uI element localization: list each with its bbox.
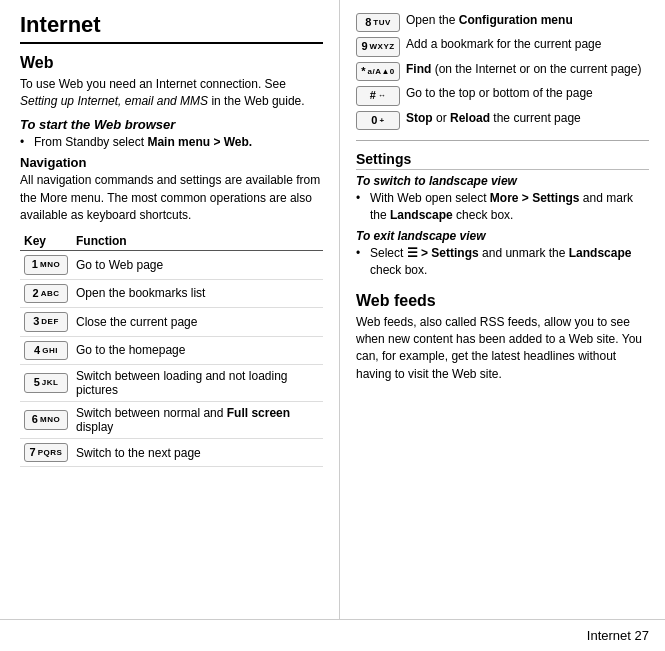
right-key-row: 9WXYZAdd a bookmark for the current page	[356, 36, 649, 58]
start-browser-bullet: • From Standby select Main menu > Web.	[20, 134, 323, 151]
key-cell: 6MNO	[20, 401, 72, 438]
table-header-key: Key	[20, 232, 72, 251]
function-cell: Switch between loading and not loading p…	[72, 364, 323, 401]
page-number: Internet 27	[340, 624, 665, 647]
table-row: 3DEFClose the current page	[20, 308, 323, 336]
key-badge: 3DEF	[24, 312, 68, 331]
settings-section: Settings To switch to landscape view • W…	[356, 151, 649, 284]
exit-landscape-bullet: • Select ☰ > Settings and unmark the Lan…	[356, 245, 649, 280]
start-browser-title: To start the Web browser	[20, 117, 323, 132]
webfeeds-title: Web feeds	[356, 292, 649, 310]
switch-landscape-bullet: • With Web open select More > Settings a…	[356, 190, 649, 225]
table-row: 4GHIGo to the homepage	[20, 336, 323, 364]
key-cell: 5JKL	[20, 364, 72, 401]
table-row: 6MNOSwitch between normal and Full scree…	[20, 401, 323, 438]
table-header-function: Function	[72, 232, 323, 251]
web-intro-text: To use Web you need an Internet connecti…	[20, 76, 323, 111]
key-cell: 3DEF	[20, 308, 72, 336]
key-badge: 8TUV	[356, 13, 400, 32]
right-key-row: *a/A▲0Find (on the Internet or on the cu…	[356, 61, 649, 83]
right-key-row: 8TUVOpen the Configuration menu	[356, 12, 649, 34]
function-cell: Go to the homepage	[72, 336, 323, 364]
table-row: 7PQRSSwitch to the next page	[20, 438, 323, 466]
function-cell: Switch to the next page	[72, 438, 323, 466]
row-text: Go to the top or bottom of the page	[406, 85, 649, 102]
row-text: Open the Configuration menu	[406, 12, 649, 29]
right-column: 8TUVOpen the Configuration menu9WXYZAdd …	[340, 0, 665, 619]
webfeeds-section: Web feeds Web feeds, also called RSS fee…	[356, 292, 649, 390]
key-badge: 4GHI	[24, 341, 68, 360]
key-badge: 0+	[356, 111, 400, 130]
settings-title: Settings	[356, 151, 649, 170]
left-column: Internet Web To use Web you need an Inte…	[0, 0, 340, 619]
right-key-rows: 8TUVOpen the Configuration menu9WXYZAdd …	[356, 12, 649, 134]
key-cell: 2ABC	[20, 279, 72, 307]
navigation-title: Navigation	[20, 155, 323, 170]
right-key-row: #↔Go to the top or bottom of the page	[356, 85, 649, 107]
function-cell: Go to Web page	[72, 251, 323, 279]
table-row: 1MNOGo to Web page	[20, 251, 323, 279]
function-cell: Close the current page	[72, 308, 323, 336]
exit-landscape-title: To exit landscape view	[356, 229, 649, 243]
row-text: Add a bookmark for the current page	[406, 36, 649, 53]
navigation-text: All navigation commands and settings are…	[20, 172, 323, 224]
row-text: Find (on the Internet or on the current …	[406, 61, 649, 78]
key-badge: 1MNO	[24, 255, 68, 274]
page-title: Internet	[20, 12, 323, 44]
key-cell: 1MNO	[20, 251, 72, 279]
key-cell: 7PQRS	[20, 438, 72, 466]
webfeeds-text: Web feeds, also called RSS feeds, allow …	[356, 314, 649, 384]
table-row: 5JKLSwitch between loading and not loadi…	[20, 364, 323, 401]
key-badge: 2ABC	[24, 284, 68, 303]
divider	[356, 140, 649, 141]
switch-landscape-title: To switch to landscape view	[356, 174, 649, 188]
key-function-table: Key Function 1MNOGo to Web page2ABCOpen …	[20, 232, 323, 467]
key-badge: 5JKL	[24, 373, 68, 392]
key-badge: *a/A▲0	[356, 62, 400, 81]
function-cell: Switch between normal and Full screen di…	[72, 401, 323, 438]
function-cell: Open the bookmarks list	[72, 279, 323, 307]
left-footer	[0, 624, 340, 647]
key-badge: 7PQRS	[24, 443, 68, 462]
key-badge: 9WXYZ	[356, 37, 400, 56]
key-badge: 6MNO	[24, 410, 68, 429]
row-text: Stop or Reload the current page	[406, 110, 649, 127]
key-badge: #↔	[356, 86, 400, 105]
web-section-title: Web	[20, 54, 323, 72]
right-key-row: 0+Stop or Reload the current page	[356, 110, 649, 132]
key-cell: 4GHI	[20, 336, 72, 364]
table-row: 2ABCOpen the bookmarks list	[20, 279, 323, 307]
